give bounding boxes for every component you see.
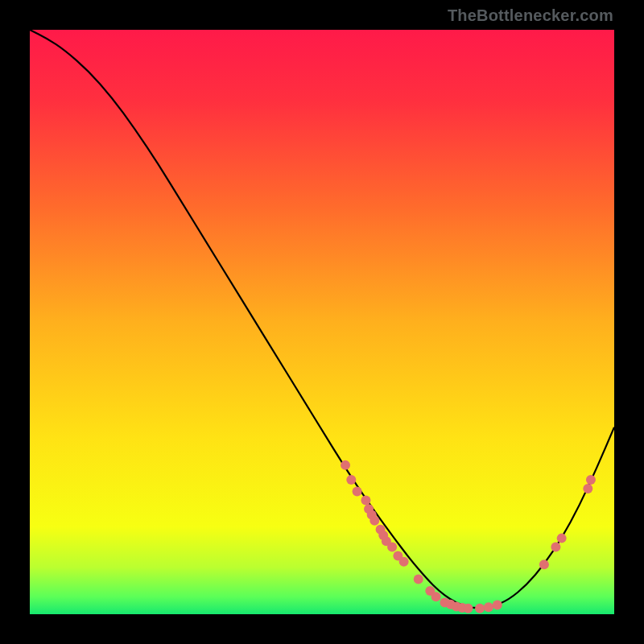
data-point (346, 475, 356, 485)
data-point (341, 460, 350, 470)
watermark-text: TheBottlenecker.com (448, 6, 613, 25)
data-point (464, 604, 473, 613)
chart-background (30, 30, 614, 614)
data-point (361, 495, 370, 505)
data-point (353, 487, 362, 497)
data-point (475, 604, 485, 613)
data-point (493, 600, 502, 609)
data-point (484, 602, 493, 612)
data-point (387, 543, 397, 552)
data-point (399, 557, 409, 567)
data-point (557, 534, 567, 543)
data-point (551, 543, 560, 552)
data-point (369, 516, 379, 526)
chart-plot (30, 30, 614, 614)
chart-frame: TheBottlenecker.com (0, 0, 644, 644)
data-point (586, 475, 596, 485)
data-point (414, 574, 423, 584)
data-point (583, 484, 592, 493)
data-point (539, 559, 549, 569)
data-point (431, 592, 441, 601)
